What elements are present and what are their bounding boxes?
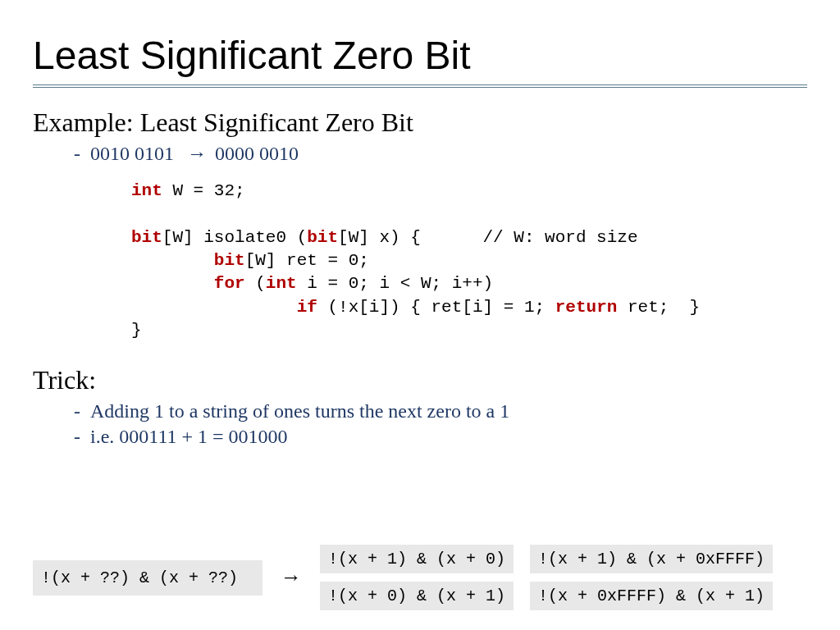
code-l3: [W] ret = 0; [245,251,369,270]
option-4[interactable]: !(x + 0xFFFF) & (x + 1) [530,582,773,610]
kw-int-2: int [266,274,297,293]
code-l4b: i = 0; i < W; i++) [297,274,493,293]
example-output: 0000 0010 [215,143,299,164]
kw-int: int [131,181,162,200]
option-1[interactable]: !(x + 1) & (x + 0) [320,545,514,573]
kw-bit-2: bit [307,228,338,247]
trick-bullet-1: -Adding 1 to a string of ones turns the … [74,400,807,422]
code-l3-pad [131,251,214,270]
bullet-dash-icon: - [74,400,90,422]
kw-for: for [214,274,245,293]
trick-text-2: i.e. 000111 + 1 = 001000 [90,426,288,447]
title-rule-2 [33,87,807,88]
example-input: 0010 0101 [90,143,174,164]
trick-text-1: Adding 1 to a string of ones turns the n… [90,400,509,422]
trick-heading: Trick: [33,365,807,395]
kw-bit-3: bit [214,251,245,270]
bottom-row: !(x + ??) & (x + ??) → !(x + 1) & (x + 0… [33,545,773,610]
question-expression: !(x + ??) & (x + ??) [33,560,262,596]
code-l5-pad [131,298,297,317]
bullet-dash-icon: - [74,143,90,165]
example-bullet: -0010 0101 → 0000 0010 [74,143,807,165]
answer-options: !(x + 1) & (x + 0) !(x + 1) & (x + 0xFFF… [320,545,773,610]
code-l5b: ret; } [617,298,700,317]
arrow-icon: → [184,143,210,164]
kw-bit: bit [131,228,162,247]
code-l4-pad [131,274,214,293]
slide-title: Least Significant Zero Bit [33,33,807,78]
option-2[interactable]: !(x + 1) & (x + 0xFFFF) [530,545,773,573]
code-l6: } [131,321,142,340]
title-rule-1 [33,84,807,85]
code-l5a: (!x[i]) { ret[i] = 1; [317,298,555,317]
code-l4a: ( [245,274,266,293]
code-block: int W = 32; bit[W] isolate0 (bit[W] x) {… [131,180,807,342]
bullet-dash-icon: - [74,426,90,448]
kw-return: return [555,298,618,317]
trick-bullet-2: -i.e. 000111 + 1 = 001000 [74,426,807,448]
code-l2a: [W] isolate0 ( [162,228,307,247]
example-heading: Example: Least Significant Zero Bit [33,107,807,138]
arrow-icon: → [281,565,302,590]
kw-if: if [297,298,317,317]
code-l1: W = 32; [162,181,245,200]
code-l2b: [W] x) { // W: word size [338,228,637,247]
option-3[interactable]: !(x + 0) & (x + 1) [320,582,514,610]
